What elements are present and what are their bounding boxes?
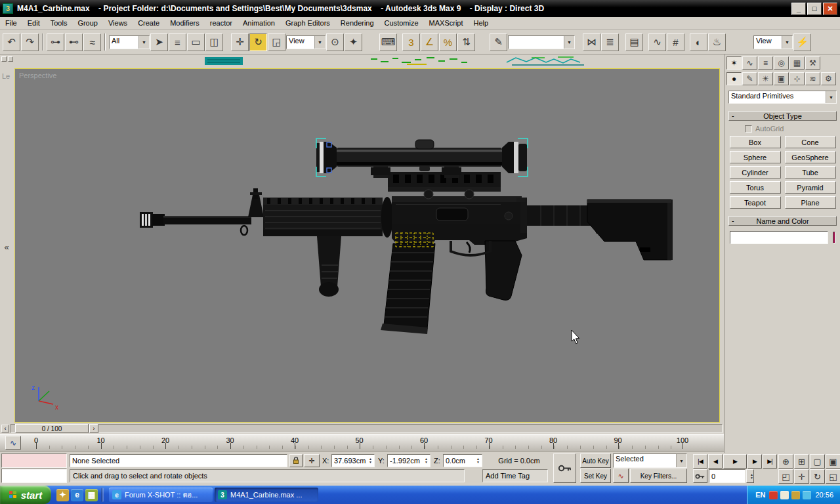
menu-item-file[interactable]: File — [0, 18, 22, 28]
material-editor-button[interactable]: ◐ — [690, 33, 707, 51]
select-and-manipulate-button[interactable]: ✦ — [345, 33, 362, 51]
category-lights[interactable]: ☀ — [758, 72, 773, 85]
zoom-extents-all-button[interactable]: ▣ — [826, 454, 840, 469]
object-type-tube[interactable]: Tube — [785, 166, 836, 178]
z-spinner[interactable]: ▲▼ — [476, 457, 480, 464]
language-indicator[interactable]: EN — [755, 491, 765, 499]
menu-item-group[interactable]: Group — [72, 18, 103, 28]
menu-item-modifiers[interactable]: Modifiers — [165, 18, 205, 28]
keyboard-override-toggle[interactable]: ⌨ — [379, 33, 397, 51]
menu-item-tools[interactable]: Tools — [45, 18, 73, 28]
chevron-down-icon[interactable]: ▼ — [138, 36, 149, 49]
zoom-button[interactable]: ⊕ — [778, 454, 793, 469]
menu-item-views[interactable]: Views — [103, 18, 133, 28]
rectangular-selection-button[interactable]: ▭ — [187, 33, 205, 51]
tab-motion[interactable]: ◎ — [774, 56, 789, 70]
minimize-button[interactable]: _ — [791, 3, 806, 15]
quick-render-button[interactable]: ⚡ — [793, 33, 811, 51]
time-slider-handle[interactable]: 0 / 100 — [15, 424, 89, 433]
go-to-start-button[interactable]: |◀ — [693, 454, 707, 469]
key-filters-button[interactable]: Key Filters... — [630, 469, 687, 483]
object-type-plane[interactable]: Plane — [785, 196, 836, 209]
named-selection-dropdown[interactable]: ▼ — [508, 35, 575, 49]
edit-named-selections-button[interactable]: ✎ — [490, 33, 507, 51]
angle-snap-toggle[interactable]: ∠ — [421, 33, 438, 51]
arc-rotate-button[interactable]: ↻ — [810, 469, 825, 484]
selection-lock-toggle[interactable] — [289, 454, 303, 467]
select-by-name-button[interactable]: ≡ — [169, 33, 186, 51]
start-button[interactable]: start — [0, 486, 51, 504]
tab-create[interactable]: ✶ — [726, 56, 742, 70]
key-filter-curve-toggle[interactable]: ∿ — [613, 469, 629, 483]
zoom-all-button[interactable]: ⊞ — [794, 454, 809, 469]
maximize-viewport-toggle[interactable]: ◱ — [826, 469, 840, 484]
selection-filter-dropdown[interactable]: All▼ — [109, 35, 150, 49]
time-slider-track[interactable] — [10, 424, 723, 433]
tab-modify[interactable]: ∿ — [742, 56, 757, 70]
object-type-cone[interactable]: Cone — [785, 136, 836, 148]
time-slider-next-arrow[interactable]: › — [89, 424, 98, 433]
task-forum-xshot[interactable]: eForum X-SHOT :: ตอ... — [109, 488, 213, 502]
category-geometry[interactable]: ● — [726, 72, 742, 85]
menu-item-help[interactable]: Help — [469, 18, 494, 28]
frame-spinner[interactable]: ▲▼ — [746, 469, 754, 483]
zoom-extents-button[interactable]: ▢ — [810, 454, 825, 469]
mirror-button[interactable]: ⋈ — [583, 33, 600, 51]
menu-item-create[interactable]: Create — [133, 18, 165, 28]
quick-launch-internet-explorer[interactable]: e — [71, 489, 83, 501]
subcategory-dropdown[interactable]: Standard Primitives ▼ — [728, 91, 837, 104]
z-coord-field[interactable]: 0.0cm ▲▼ — [443, 454, 482, 467]
menu-item-customize[interactable]: Customize — [379, 18, 424, 28]
render-type-dropdown[interactable]: View▼ — [753, 35, 793, 49]
maxscript-listener-top[interactable] — [1, 453, 67, 468]
category-helpers[interactable]: ⊹ — [789, 72, 805, 85]
object-color-swatch[interactable] — [833, 232, 835, 243]
chevron-down-icon[interactable]: ▼ — [782, 36, 792, 49]
menu-item-maxscript[interactable]: MAXScript — [424, 18, 469, 28]
mini-curve-editor-button[interactable]: ∿ — [5, 436, 21, 450]
pan-button[interactable]: ✛ — [794, 469, 809, 484]
category-cameras[interactable]: ▣ — [774, 72, 789, 85]
category-space-warps[interactable]: ≋ — [805, 72, 820, 85]
x-coord-field[interactable]: 37.693cm ▲▼ — [331, 454, 375, 467]
chevron-down-icon[interactable]: ▼ — [564, 36, 574, 49]
unlink-selection-button[interactable]: ⊷ — [65, 33, 83, 51]
key-mode-toggle-button[interactable] — [693, 469, 707, 483]
tab-display[interactable]: ▦ — [789, 56, 805, 70]
align-button[interactable]: ≣ — [601, 33, 619, 51]
object-type-cylinder[interactable]: Cylinder — [730, 166, 781, 178]
category-systems[interactable]: ⚙ — [821, 72, 836, 85]
transform-typein-toggle[interactable]: ✛ — [304, 454, 320, 467]
select-and-scale-button[interactable]: ◲ — [268, 33, 285, 51]
menu-item-graph-editors[interactable]: Graph Editors — [280, 18, 335, 28]
add-time-tag[interactable]: Add Time Tag — [482, 469, 548, 482]
m4a1-model[interactable] — [140, 140, 673, 334]
play-button[interactable]: ▶ — [723, 454, 747, 469]
curve-editor-button[interactable]: ∿ — [648, 33, 666, 51]
object-type-torus[interactable]: Torus — [730, 181, 781, 194]
percent-snap-toggle[interactable]: % — [439, 33, 457, 51]
object-type-sphere[interactable]: Sphere — [730, 151, 781, 163]
tab-hierarchy[interactable]: ≡ — [758, 56, 773, 70]
chevron-down-icon[interactable]: ▼ — [826, 91, 836, 103]
name-color-rollout[interactable]: - Name and Color — [728, 216, 837, 226]
time-slider-left-arrow[interactable]: ‹ — [1, 425, 9, 432]
tray-icon-4[interactable] — [803, 491, 811, 499]
select-and-rotate-button[interactable]: ↻ — [249, 33, 267, 51]
chevron-down-icon[interactable]: ▼ — [676, 454, 686, 467]
schematic-view-button[interactable]: # — [667, 33, 684, 51]
go-to-end-button[interactable]: ▶| — [763, 454, 777, 469]
use-pivot-center-button[interactable]: ⊙ — [326, 33, 344, 51]
tray-icon-1[interactable] — [769, 491, 778, 499]
viewport-canvas[interactable]: z x — [15, 69, 721, 423]
previous-frame-button[interactable]: ◀ — [708, 454, 723, 469]
select-and-link-button[interactable]: ⊶ — [47, 33, 64, 51]
snaps-toggle-3d[interactable]: 3 — [402, 33, 420, 51]
render-scene-button[interactable]: ♨ — [708, 33, 726, 51]
spinner-snap-toggle[interactable]: ⇅ — [457, 33, 475, 51]
bind-to-space-warp-button[interactable]: ≈ — [83, 33, 101, 51]
menu-item-animation[interactable]: Animation — [238, 18, 280, 28]
maximize-button[interactable]: □ — [807, 3, 822, 15]
maxscript-listener-bottom[interactable] — [1, 469, 67, 483]
tray-icon-3[interactable] — [791, 491, 800, 499]
